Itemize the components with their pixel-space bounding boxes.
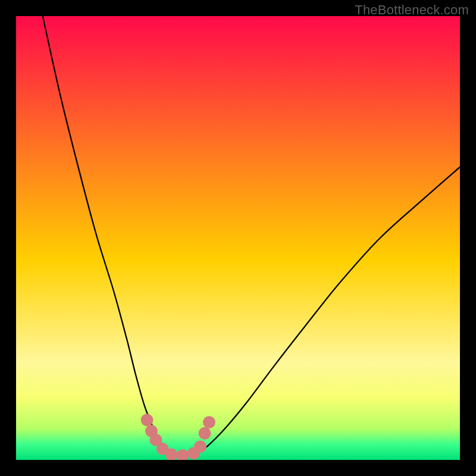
outer-frame: TheBottleneck.com <box>0 0 476 476</box>
marker-point <box>194 440 206 453</box>
plot-area <box>16 16 460 460</box>
marker-point <box>141 414 154 426</box>
marker-point <box>199 427 211 440</box>
chart-svg <box>16 16 460 460</box>
marker-point <box>203 416 215 428</box>
watermark-text: TheBottleneck.com <box>355 2 469 18</box>
gradient-background <box>16 16 460 460</box>
